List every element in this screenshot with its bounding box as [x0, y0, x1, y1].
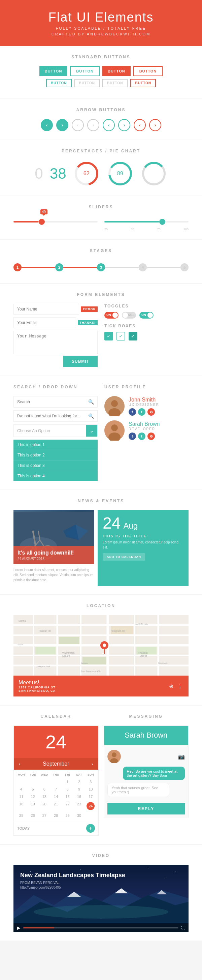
cal-date-18[interactable]: 18: [16, 800, 27, 812]
dropdown-row[interactable]: Choose An Option ⌄: [13, 425, 98, 437]
cal-date-9[interactable]: 9: [73, 786, 85, 793]
social-fb-john[interactable]: f: [129, 408, 136, 416]
slider-track-1[interactable]: 49: [13, 221, 98, 223]
stage-5[interactable]: 5: [180, 263, 189, 271]
cal-date-24-active[interactable]: 24: [85, 800, 96, 812]
cal-date-13[interactable]: 13: [39, 793, 50, 800]
stage-2[interactable]: 2: [55, 263, 63, 271]
cal-date-1[interactable]: 1: [62, 778, 73, 786]
toggle-on-2[interactable]: ON: [139, 312, 153, 318]
dropdown-arrow-icon[interactable]: ⌄: [86, 425, 97, 437]
standard-buttons-title: STANDARD BUTTONS: [13, 55, 189, 59]
social-gear-sarah[interactable]: ⚙: [147, 433, 155, 440]
arrow-left-teal-outline[interactable]: ‹: [103, 119, 115, 131]
btn-teal-1[interactable]: BUTTON: [39, 66, 68, 76]
toggle-track-off-1[interactable]: OFF: [122, 312, 136, 318]
social-gear-john[interactable]: ⚙: [147, 408, 155, 416]
cal-date-8[interactable]: 8: [62, 786, 73, 793]
cal-date-28[interactable]: 28: [50, 812, 62, 819]
stage-1[interactable]: 1: [13, 263, 22, 271]
dropdown-item-4[interactable]: This is option 4: [13, 471, 98, 481]
toggle-track-teal-1[interactable]: ON: [139, 312, 153, 318]
cal-date-21[interactable]: 21: [50, 800, 62, 812]
arrow-right-teal-fill[interactable]: ›: [56, 119, 68, 131]
video-play-btn[interactable]: ▶: [17, 925, 21, 931]
social-fb-sarah[interactable]: f: [129, 433, 136, 440]
cal-date-16[interactable]: 16: [73, 793, 85, 800]
cal-date-26[interactable]: 26: [27, 812, 38, 819]
name-input[interactable]: [13, 304, 79, 315]
search-icon-2[interactable]: 🔍: [85, 410, 97, 422]
btn-sm-gray-2[interactable]: BUTTON: [103, 79, 128, 88]
news-event-title: THIS IS THE TITLE: [103, 534, 183, 538]
cal-add-btn[interactable]: +: [86, 824, 95, 833]
stage-3[interactable]: 3: [97, 263, 105, 271]
submit-button[interactable]: SUBMIT: [63, 356, 98, 367]
cal-date-6[interactable]: 6: [39, 786, 50, 793]
cal-date-10[interactable]: 10: [85, 786, 96, 793]
slider-thumb-2[interactable]: [159, 219, 165, 225]
map-pin-icon[interactable]: 📍: [177, 683, 183, 689]
social-tw-john[interactable]: t: [138, 408, 145, 416]
arrow-left-red-outline[interactable]: ‹: [134, 119, 146, 131]
toggle-off-1[interactable]: OFF: [122, 312, 136, 318]
reply-button[interactable]: REPLY: [107, 803, 185, 815]
cal-date-30[interactable]: 30: [73, 812, 85, 819]
email-input[interactable]: [13, 317, 76, 328]
tick-box-3[interactable]: ✓: [129, 332, 137, 340]
dropdown-item-3[interactable]: This is option 3: [13, 460, 98, 471]
cal-date-23[interactable]: 23: [73, 800, 85, 812]
cal-date-22[interactable]: 22: [62, 800, 73, 812]
video-progress-bar[interactable]: [23, 928, 178, 928]
video-fullscreen-btn[interactable]: ⛶: [181, 925, 185, 930]
map-crosshair-icon[interactable]: ⊕: [169, 683, 174, 689]
cal-date-29[interactable]: 29: [62, 812, 73, 819]
tick-box-2[interactable]: ✓: [117, 332, 125, 340]
btn-sm-teal-outline-1[interactable]: BUTTON: [46, 79, 71, 88]
cal-date-7[interactable]: 7: [50, 786, 62, 793]
cal-date-12[interactable]: 12: [27, 793, 38, 800]
message-textarea[interactable]: [13, 331, 98, 354]
camera-icon[interactable]: 📷: [178, 754, 185, 760]
toggle-track-on-1[interactable]: ON: [104, 312, 118, 318]
search-icon-1[interactable]: 🔍: [85, 396, 97, 407]
cal-prev-btn[interactable]: ‹: [19, 761, 21, 767]
social-tw-sarah[interactable]: t: [138, 433, 145, 440]
stage-4[interactable]: 4: [139, 263, 147, 271]
cal-next-btn[interactable]: ›: [92, 761, 93, 767]
add-calendar-btn[interactable]: ADD TO CALENDAR: [103, 553, 145, 561]
arrow-right-red-outline[interactable]: ›: [149, 119, 161, 131]
cal-today-label[interactable]: TODAY: [17, 826, 30, 830]
tick-box-1[interactable]: ✓: [104, 332, 113, 340]
messaging-widget: Sarah Brown 📷 Hey! So are we cool to mee…: [104, 725, 189, 818]
arrow-left-gray-outline[interactable]: ‹: [72, 119, 84, 131]
arrow-right-teal-outline[interactable]: ›: [118, 119, 130, 131]
search-input-1[interactable]: [14, 397, 85, 407]
dropdown-item-1[interactable]: This is option 1: [13, 440, 98, 450]
btn-sm-gray-1[interactable]: BUTTON: [74, 79, 99, 88]
cal-date-4[interactable]: 4: [16, 786, 27, 793]
arrow-left-teal-fill[interactable]: ‹: [41, 119, 53, 131]
toggle-on-1[interactable]: ON: [104, 312, 118, 318]
cal-date-15[interactable]: 15: [62, 793, 73, 800]
cal-date-20[interactable]: 20: [39, 800, 50, 812]
cal-date-5[interactable]: 5: [27, 786, 38, 793]
cal-date-14[interactable]: 14: [50, 793, 62, 800]
dropdown-item-2[interactable]: This is option 2: [13, 450, 98, 460]
cal-date-11[interactable]: 11: [16, 793, 27, 800]
btn-red-1[interactable]: BUTTON: [103, 66, 131, 76]
search-input-2[interactable]: [14, 411, 85, 421]
slider-track-2[interactable]: [104, 221, 189, 223]
cal-date-25[interactable]: 25: [16, 812, 27, 819]
cal-date-3[interactable]: 3: [85, 778, 96, 786]
btn-red-outline-1[interactable]: BUTTON: [133, 66, 163, 76]
cal-date-27[interactable]: 27: [39, 812, 50, 819]
slider-thumb-1[interactable]: 49: [39, 219, 45, 225]
arrow-right-gray-outline[interactable]: ›: [87, 119, 99, 131]
btn-teal-outline-1[interactable]: BUTTON: [70, 66, 99, 76]
cal-date-17[interactable]: 17: [85, 793, 96, 800]
btn-sm-red-outline-1[interactable]: BUTTON: [130, 79, 156, 88]
tick-check-3: ✓: [131, 333, 135, 339]
cal-date-2[interactable]: 2: [73, 778, 85, 786]
cal-date-19[interactable]: 19: [27, 800, 38, 812]
